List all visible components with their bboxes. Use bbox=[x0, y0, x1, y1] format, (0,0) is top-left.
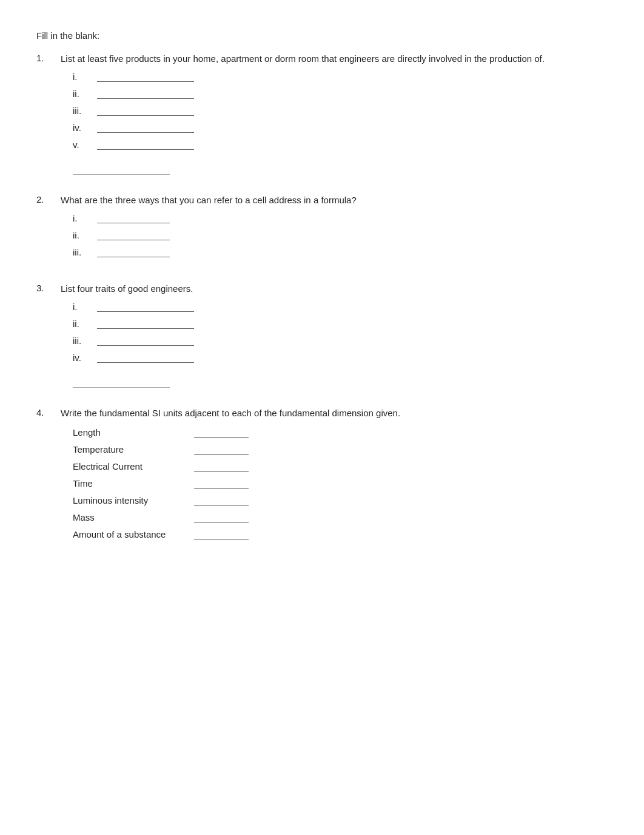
si-label-time: Time bbox=[73, 478, 194, 488]
si-row-luminous-intensity: Luminous intensity bbox=[73, 495, 608, 505]
q3-sub-iii-label: iii. bbox=[73, 336, 95, 346]
q1-sub-iii: iii. bbox=[73, 105, 608, 116]
question-3: 3. List four traits of good engineers. i… bbox=[36, 282, 608, 363]
q1-sub-i: i. bbox=[73, 71, 608, 82]
q2-answer-ii[interactable] bbox=[97, 229, 170, 240]
si-row-length: Length bbox=[73, 427, 608, 438]
q1-sub-iii-label: iii. bbox=[73, 106, 95, 116]
divider-2 bbox=[73, 387, 170, 388]
q1-sub-v: v. bbox=[73, 139, 608, 150]
q3-sublist: i. ii. iii. iv. bbox=[73, 301, 608, 363]
q1-sub-i-label: i. bbox=[73, 72, 95, 82]
q2-sub-ii-label: ii. bbox=[73, 230, 95, 240]
si-label-electrical-current: Electrical Current bbox=[73, 461, 194, 472]
q3-answer-ii[interactable] bbox=[97, 318, 194, 329]
q2-text: What are the three ways that you can ref… bbox=[61, 193, 608, 208]
si-label-temperature: Temperature bbox=[73, 444, 194, 455]
q4-text: Write the fundamental SI units adjacent … bbox=[61, 406, 608, 421]
q3-answer-iii[interactable] bbox=[97, 335, 194, 346]
si-row-mass: Mass bbox=[73, 512, 608, 522]
q1-sublist: i. ii. iii. iv. v. bbox=[73, 71, 608, 150]
q3-sub-ii: ii. bbox=[73, 318, 608, 329]
si-units-table: Length Temperature Electrical Current Ti… bbox=[73, 427, 608, 539]
si-row-time: Time bbox=[73, 478, 608, 488]
si-answer-electrical-current[interactable] bbox=[194, 461, 249, 472]
q4-number: 4. bbox=[36, 406, 61, 418]
q3-answer-iv[interactable] bbox=[97, 352, 194, 363]
q1-answer-iv[interactable] bbox=[97, 122, 194, 133]
si-answer-length[interactable] bbox=[194, 427, 249, 438]
si-label-length: Length bbox=[73, 427, 194, 438]
q1-sub-v-label: v. bbox=[73, 140, 95, 150]
si-answer-mass[interactable] bbox=[194, 512, 249, 522]
question-2: 2. What are the three ways that you can … bbox=[36, 193, 608, 257]
q2-sublist: i. ii. iii. bbox=[73, 212, 608, 257]
q2-sub-i: i. bbox=[73, 212, 608, 223]
q2-number: 2. bbox=[36, 193, 61, 205]
q3-sub-i-label: i. bbox=[73, 302, 95, 312]
q3-sub-i: i. bbox=[73, 301, 608, 312]
si-label-amount-substance: Amount of a substance bbox=[73, 529, 194, 539]
question-1: 1. List at least five products in your h… bbox=[36, 52, 608, 150]
q1-text: List at least five products in your home… bbox=[61, 52, 608, 66]
q1-sub-ii-label: ii. bbox=[73, 89, 95, 99]
q2-answer-iii[interactable] bbox=[97, 246, 170, 257]
q1-answer-iii[interactable] bbox=[97, 105, 194, 116]
question-4: 4. Write the fundamental SI units adjace… bbox=[36, 406, 608, 539]
q1-sub-iv-label: iv. bbox=[73, 123, 95, 133]
q2-sub-i-label: i. bbox=[73, 213, 95, 223]
q1-sub-iv: iv. bbox=[73, 122, 608, 133]
q1-answer-ii[interactable] bbox=[97, 88, 194, 99]
divider-1 bbox=[73, 174, 170, 175]
si-answer-luminous-intensity[interactable] bbox=[194, 495, 249, 505]
q1-answer-i[interactable] bbox=[97, 71, 194, 82]
si-answer-amount-substance[interactable] bbox=[194, 529, 249, 539]
si-label-luminous-intensity: Luminous intensity bbox=[73, 495, 194, 505]
si-row-amount-substance: Amount of a substance bbox=[73, 529, 608, 539]
q1-answer-v[interactable] bbox=[97, 139, 194, 150]
q1-number: 1. bbox=[36, 52, 61, 63]
q2-sub-iii-label: iii. bbox=[73, 247, 95, 257]
fill-in-label: Fill in the blank: bbox=[36, 30, 608, 41]
q2-sub-ii: ii. bbox=[73, 229, 608, 240]
si-row-electrical-current: Electrical Current bbox=[73, 461, 608, 472]
q3-sub-iv-label: iv. bbox=[73, 353, 95, 363]
q1-sub-ii: ii. bbox=[73, 88, 608, 99]
q3-sub-iii: iii. bbox=[73, 335, 608, 346]
q3-sub-iv: iv. bbox=[73, 352, 608, 363]
si-answer-temperature[interactable] bbox=[194, 444, 249, 455]
q2-sub-iii: iii. bbox=[73, 246, 608, 257]
q2-answer-i[interactable] bbox=[97, 212, 170, 223]
q3-number: 3. bbox=[36, 282, 61, 293]
q3-answer-i[interactable] bbox=[97, 301, 194, 312]
si-answer-time[interactable] bbox=[194, 478, 249, 488]
si-row-temperature: Temperature bbox=[73, 444, 608, 455]
si-label-mass: Mass bbox=[73, 512, 194, 522]
q3-sub-ii-label: ii. bbox=[73, 319, 95, 329]
q3-text: List four traits of good engineers. bbox=[61, 282, 608, 296]
